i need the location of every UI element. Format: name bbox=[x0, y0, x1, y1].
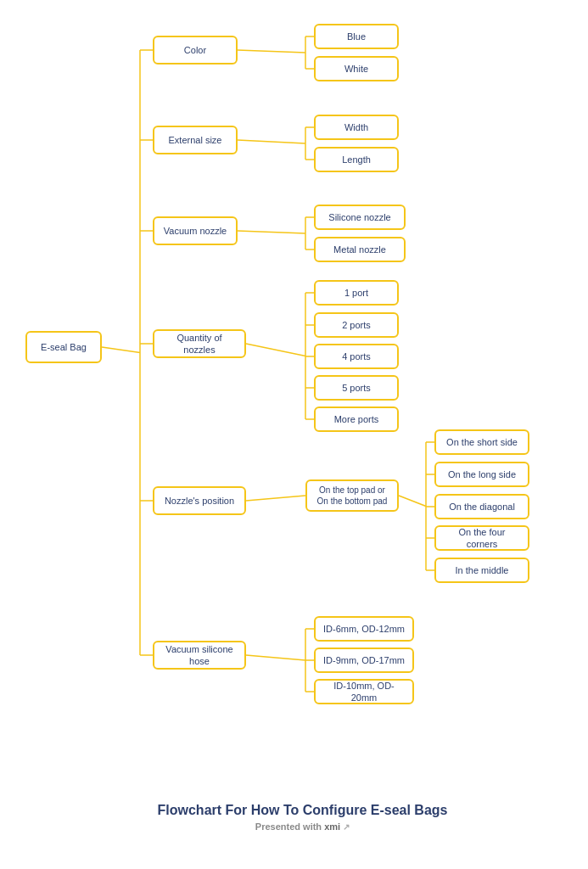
footer: Flowchart For How To Configure E-seal Ba… bbox=[8, 803, 588, 832]
middle-node: In the middle bbox=[434, 558, 529, 583]
qty-1-node: 1 port bbox=[314, 280, 399, 306]
length-label: Length bbox=[342, 154, 371, 165]
top-bottom-node: On the top pad or On the bottom pad bbox=[305, 479, 399, 512]
nozzle-position-label: Nozzle's position bbox=[165, 495, 234, 507]
metal-nozzle-node: Metal nozzle bbox=[314, 237, 406, 262]
short-side-node: On the short side bbox=[434, 429, 529, 455]
hose-3-label: ID-10mm, OD-20mm bbox=[322, 680, 406, 704]
qty-more-node: More ports bbox=[314, 406, 399, 432]
four-corners-label: On the four corners bbox=[443, 526, 521, 551]
color-white-label: White bbox=[344, 63, 368, 75]
silicone-nozzle-node: Silicone nozzle bbox=[314, 205, 406, 230]
four-corners-node: On the four corners bbox=[434, 525, 529, 551]
length-node: Length bbox=[314, 147, 399, 172]
quantity-nozzles-label: Quantity of nozzles bbox=[161, 332, 238, 356]
svg-line-12 bbox=[238, 140, 305, 143]
svg-line-20 bbox=[246, 344, 305, 356]
metal-nozzle-label: Metal nozzle bbox=[333, 244, 386, 255]
nozzle-position-node: Nozzle's position bbox=[153, 486, 246, 515]
hose-1-node: ID-6mm, OD-12mm bbox=[314, 616, 414, 642]
qty-5-node: 5 ports bbox=[314, 375, 399, 401]
svg-line-27 bbox=[246, 496, 305, 501]
color-blue-node: Blue bbox=[314, 24, 399, 49]
color-label: Color bbox=[184, 44, 206, 56]
qty-2-node: 2 ports bbox=[314, 312, 399, 338]
middle-label: In the middle bbox=[456, 564, 509, 576]
quantity-nozzles-node: Quantity of nozzles bbox=[153, 329, 246, 358]
subtitle-text: Presented with bbox=[255, 821, 322, 832]
width-node: Width bbox=[314, 115, 399, 140]
long-side-label: On the long side bbox=[448, 468, 516, 480]
hose-2-label: ID-9mm, OD-17mm bbox=[323, 654, 405, 666]
qty-5-label: 5 ports bbox=[342, 382, 371, 394]
silicone-nozzle-label: Silicone nozzle bbox=[328, 211, 390, 223]
diagonal-node: On the diagonal bbox=[434, 494, 529, 519]
vacuum-hose-node: Vacuum silicone hose bbox=[153, 641, 246, 670]
top-bottom-label: On the top pad or On the bottom pad bbox=[317, 485, 388, 507]
vacuum-nozzle-label: Vacuum nozzle bbox=[164, 225, 227, 237]
hose-1-label: ID-6mm, OD-12mm bbox=[323, 623, 405, 635]
color-blue-label: Blue bbox=[347, 31, 366, 42]
svg-line-0 bbox=[102, 347, 140, 353]
svg-line-35 bbox=[246, 655, 305, 660]
diagonal-label: On the diagonal bbox=[449, 501, 515, 513]
svg-line-16 bbox=[238, 231, 305, 233]
qty-more-label: More ports bbox=[334, 413, 379, 425]
brand-icon: ↗ bbox=[343, 822, 350, 832]
brand-text: xmi bbox=[324, 821, 340, 832]
hose-3-node: ID-10mm, OD-20mm bbox=[314, 679, 414, 704]
external-size-label: External size bbox=[169, 134, 222, 146]
qty-4-node: 4 ports bbox=[314, 344, 399, 369]
svg-line-8 bbox=[238, 50, 305, 53]
vacuum-hose-label: Vacuum silicone hose bbox=[161, 643, 238, 668]
svg-line-28 bbox=[399, 496, 426, 507]
color-white-node: White bbox=[314, 56, 399, 81]
qty-1-label: 1 port bbox=[344, 287, 368, 299]
width-label: Width bbox=[344, 121, 368, 133]
footer-title: Flowchart For How To Configure E-seal Ba… bbox=[8, 803, 588, 818]
vacuum-nozzle-node: Vacuum nozzle bbox=[153, 216, 238, 245]
footer-subtitle: Presented with xmi ↗ bbox=[8, 821, 588, 832]
external-size-node: External size bbox=[153, 126, 238, 154]
qty-4-label: 4 ports bbox=[342, 350, 371, 362]
short-side-label: On the short side bbox=[446, 436, 518, 448]
root-node: E-seal Bag bbox=[25, 331, 102, 363]
color-node: Color bbox=[153, 36, 238, 64]
long-side-node: On the long side bbox=[434, 462, 529, 487]
root-label: E-seal Bag bbox=[41, 341, 87, 353]
qty-2-label: 2 ports bbox=[342, 319, 371, 331]
hose-2-node: ID-9mm, OD-17mm bbox=[314, 648, 414, 673]
